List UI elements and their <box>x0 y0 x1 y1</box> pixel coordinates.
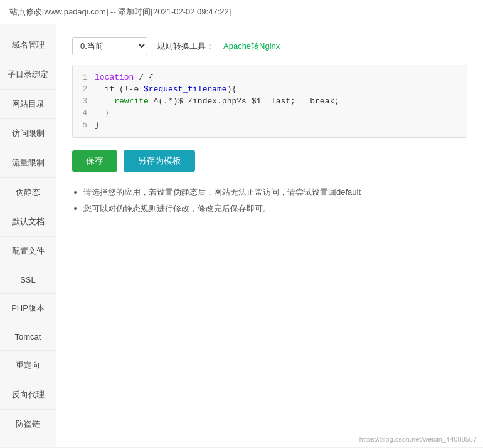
code-line-2: 2 if (!-e $request_filename){ <box>73 83 467 95</box>
sidebar-item-hotlink-protection[interactable]: 防盗链 <box>0 410 56 439</box>
code-line-5: 5} <box>73 119 467 131</box>
line-content: if (!-e $request_filename){ <box>95 85 467 94</box>
main-content: 0.当前1.历史 规则转换工具： Apache转Nginx 1location … <box>56 24 483 447</box>
line-content: } <box>95 108 467 118</box>
line-content: location / { <box>95 73 467 82</box>
tip-item: 请选择您的应用，若设置伪静态后，网站无法正常访问，请尝试设置回default <box>83 184 467 201</box>
sidebar-item-config-file[interactable]: 配置文件 <box>0 237 56 266</box>
tips-list: 请选择您的应用，若设置伪静态后，网站无法正常访问，请尝试设置回default您可… <box>72 184 467 217</box>
line-content: } <box>95 120 467 130</box>
code-line-3: 3 rewrite ^(.*)$ /index.php?s=$1 last; b… <box>73 95 467 107</box>
sidebar-item-tomcat[interactable]: Tomcat <box>0 323 56 351</box>
sidebar-item-php-version[interactable]: PHP版本 <box>0 294 56 323</box>
sidebar-item-access-restriction[interactable]: 访问限制 <box>0 119 56 148</box>
line-number: 5 <box>73 120 95 130</box>
watermark: https://blog.csdn.net/weixin_44088587 <box>359 435 477 443</box>
line-number: 3 <box>73 96 95 106</box>
rule-converter-label: 规则转换工具： <box>157 41 214 52</box>
toolbar: 0.当前1.历史 规则转换工具： Apache转Nginx <box>72 37 467 55</box>
title-text: 站点修改[www.padaqi.com] -- 添加时间[2021-02-02 … <box>9 7 231 16</box>
code-editor[interactable]: 1location / {2 if (!-e $request_filename… <box>72 65 467 138</box>
sidebar-item-redirect[interactable]: 重定向 <box>0 351 56 380</box>
rule-converter-link[interactable]: Apache转Nginx <box>223 41 280 52</box>
sidebar-item-pseudo-static[interactable]: 伪静态 <box>0 178 56 207</box>
line-number: 4 <box>73 108 95 118</box>
button-area: 保存 另存为模板 <box>72 150 467 172</box>
save-template-button[interactable]: 另存为模板 <box>124 150 195 172</box>
code-line-1: 1location / { <box>73 71 467 83</box>
line-number: 1 <box>73 73 95 82</box>
sidebar-item-response-log[interactable]: 响应日志 <box>0 439 56 447</box>
sidebar-item-default-doc[interactable]: 默认文档 <box>0 207 56 237</box>
line-number: 2 <box>73 85 95 94</box>
line-content: rewrite ^(.*)$ /index.php?s=$1 last; bre… <box>95 96 467 106</box>
sidebar-item-website-directory[interactable]: 网站目录 <box>0 90 56 119</box>
sidebar-item-domain-management[interactable]: 域名管理 <box>0 31 56 60</box>
sidebar-item-reverse-proxy[interactable]: 反向代理 <box>0 380 56 410</box>
save-button[interactable]: 保存 <box>72 150 117 172</box>
sidebar-item-traffic-limit[interactable]: 流量限制 <box>0 148 56 178</box>
title-bar: 站点修改[www.padaqi.com] -- 添加时间[2021-02-02 … <box>0 0 483 24</box>
sidebar-item-subdirectory-bind[interactable]: 子目录绑定 <box>0 60 56 90</box>
sidebar: 域名管理子目录绑定网站目录访问限制流量限制伪静态默认文档配置文件SSLPHP版本… <box>0 24 56 447</box>
code-line-4: 4 } <box>73 107 467 119</box>
version-select[interactable]: 0.当前1.历史 <box>72 37 147 55</box>
sidebar-item-ssl[interactable]: SSL <box>0 266 56 294</box>
tip-item: 您可以对伪静态规则进行修改，修改完后保存即可。 <box>83 201 467 217</box>
